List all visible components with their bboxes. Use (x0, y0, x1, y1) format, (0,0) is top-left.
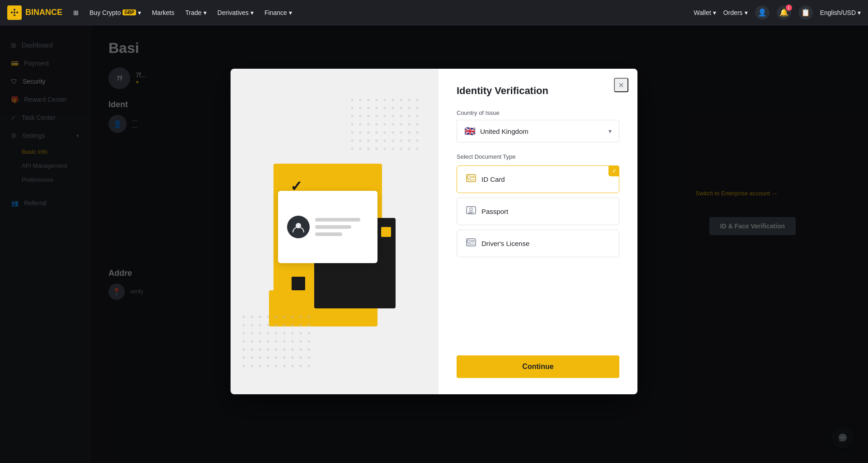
nav-grid-icon[interactable]: ⊞ (73, 9, 79, 16)
id-illustration: ✓ (264, 146, 405, 317)
doc-option-passport[interactable]: Passport (457, 198, 619, 225)
svg-point-68 (267, 316, 269, 318)
svg-point-122 (267, 365, 269, 367)
svg-point-67 (259, 316, 261, 318)
svg-rect-128 (467, 175, 476, 182)
svg-point-32 (384, 123, 386, 126)
nav-wallet[interactable]: Wallet ▾ (693, 9, 716, 16)
svg-point-63 (416, 148, 419, 150)
svg-point-28 (351, 123, 354, 126)
svg-point-107 (292, 349, 294, 351)
svg-point-96 (275, 340, 278, 343)
svg-point-77 (267, 324, 269, 326)
svg-point-91 (308, 332, 310, 335)
svg-point-104 (267, 349, 269, 351)
svg-point-37 (351, 132, 354, 134)
svg-point-93 (251, 340, 253, 343)
svg-point-38 (359, 132, 362, 134)
doc-type-label: Select Document Type (457, 153, 619, 160)
passport-icon (466, 206, 476, 217)
svg-point-51 (392, 140, 394, 142)
svg-point-121 (259, 365, 261, 367)
id-card-check-icon: ✓ (609, 165, 619, 176)
drivers-license-label: Driver's License (481, 240, 529, 247)
id-card-icon (466, 174, 476, 184)
nav-buy-crypto[interactable]: Buy Crypto GBP ▾ (90, 9, 141, 16)
svg-point-2 (359, 99, 362, 101)
country-select-dropdown[interactable]: 🇬🇧 United Kingdom ▾ (457, 120, 619, 142)
logo[interactable]: BINANCE (7, 5, 62, 20)
nav-derivatives[interactable]: Derivatives ▾ (217, 9, 254, 16)
svg-point-20 (359, 115, 362, 118)
svg-point-43 (400, 132, 402, 134)
continue-button[interactable]: Continue (457, 355, 619, 378)
svg-point-85 (259, 332, 261, 335)
svg-point-39 (368, 132, 370, 134)
svg-point-1 (351, 99, 354, 101)
svg-point-42 (392, 132, 394, 134)
svg-point-125 (292, 365, 294, 367)
svg-point-113 (267, 357, 269, 359)
svg-point-92 (243, 340, 245, 343)
svg-point-109 (308, 349, 310, 351)
svg-point-78 (275, 324, 278, 326)
svg-point-53 (408, 140, 410, 142)
svg-point-112 (259, 357, 261, 359)
gbp-badge: GBP (123, 9, 136, 15)
svg-point-84 (251, 332, 253, 335)
svg-point-90 (300, 332, 302, 335)
svg-point-105 (275, 349, 278, 351)
country-name: United Kingdom (480, 128, 604, 135)
svg-point-83 (243, 332, 245, 335)
svg-point-23 (384, 115, 386, 118)
svg-point-9 (416, 99, 419, 101)
dots-pattern-bottom-left (240, 313, 312, 367)
svg-point-25 (400, 115, 402, 118)
svg-point-48 (368, 140, 370, 142)
profile-icon-btn[interactable]: 👤 (755, 5, 769, 20)
language-selector[interactable]: English/USD ▾ (820, 9, 861, 16)
svg-point-15 (392, 107, 394, 109)
dropdown-arrow-icon: ▾ (609, 128, 612, 135)
notif-badge: 1 (786, 5, 792, 11)
svg-point-73 (308, 316, 310, 318)
svg-rect-138 (467, 240, 470, 243)
svg-point-119 (243, 365, 245, 367)
svg-point-69 (275, 316, 278, 318)
svg-point-14 (384, 107, 386, 109)
modal-close-button[interactable]: × (614, 78, 628, 92)
svg-point-106 (283, 349, 286, 351)
svg-point-4 (376, 99, 378, 101)
svg-point-16 (400, 107, 402, 109)
svg-point-120 (251, 365, 253, 367)
svg-point-74 (243, 324, 245, 326)
doc-option-id-card[interactable]: ID Card ✓ (457, 165, 619, 193)
svg-point-6 (392, 99, 394, 101)
nav-orders[interactable]: Orders ▾ (723, 9, 748, 16)
illustration-avatar (287, 216, 310, 238)
svg-point-46 (351, 140, 354, 142)
nav-trade[interactable]: Trade ▾ (185, 9, 207, 16)
svg-point-52 (400, 140, 402, 142)
svg-point-117 (300, 357, 302, 359)
illustration-id-card (278, 191, 377, 263)
svg-point-30 (368, 123, 370, 126)
notification-icon-btn[interactable]: 🔔 1 (777, 5, 791, 20)
svg-point-71 (292, 316, 294, 318)
svg-point-123 (275, 365, 278, 367)
illustration-small-square (292, 277, 305, 290)
svg-point-110 (243, 357, 245, 359)
svg-point-21 (368, 115, 370, 118)
passport-label: Passport (481, 208, 508, 215)
svg-point-114 (275, 357, 278, 359)
svg-point-126 (300, 365, 302, 367)
doc-option-drivers-license[interactable]: Driver's License (457, 230, 619, 257)
svg-point-115 (283, 357, 286, 359)
task-icon-btn[interactable]: 📋 (798, 5, 813, 20)
svg-point-118 (308, 357, 310, 359)
svg-point-50 (384, 140, 386, 142)
svg-point-22 (376, 115, 378, 118)
modal-title: Identity Verification (457, 85, 619, 97)
nav-markets[interactable]: Markets (152, 9, 175, 16)
nav-finance[interactable]: Finance ▾ (264, 9, 292, 16)
